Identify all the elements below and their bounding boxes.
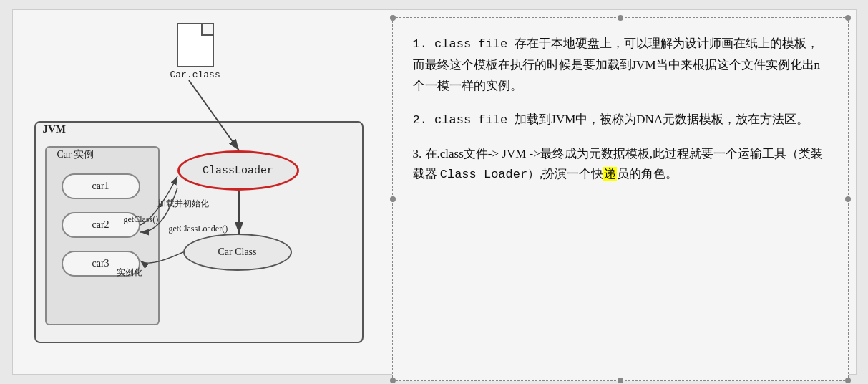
left-panel: Car.class JVM Car 实例 car1 car2 car3 Clas… <box>13 10 392 374</box>
car-instance-label: Car 实例 <box>54 148 97 161</box>
file-icon-container: Car.class <box>170 23 220 80</box>
point2: 2. class file 加载到JVM中，被称为DNA元数据模板，放在方法区。 <box>413 110 828 131</box>
corner-dot-tr <box>845 15 851 21</box>
mid-dot-right <box>845 196 851 202</box>
classloader-ellipse: ClassLoader <box>177 150 299 191</box>
right-panel: 1. class file 存在于本地硬盘上，可以理解为设计师画在纸上的模板，而… <box>392 17 849 381</box>
corner-dot-tl <box>390 15 396 21</box>
mid-dot-top <box>618 15 623 21</box>
label-getclassloader: getClassLoader() <box>169 224 228 234</box>
point3: 3. 在.class文件-> JVM ->最终成为元数据模板,此过程就要一个运输… <box>413 144 828 186</box>
file-label: Car.class <box>170 69 220 80</box>
point1: 1. class file 存在于本地硬盘上，可以理解为设计师画在纸上的模板，而… <box>413 34 828 97</box>
jvm-label: JVM <box>40 123 69 135</box>
label-getclass: getClass() <box>124 214 159 225</box>
car1-item: car1 <box>62 173 140 199</box>
text-content: 1. class file 存在于本地硬盘上，可以理解为设计师画在纸上的模板，而… <box>413 34 828 186</box>
label-jiazai: 加载并初始化 <box>157 198 209 210</box>
corner-dot-br <box>845 378 851 383</box>
label-shilihua: 实例化 <box>117 267 142 279</box>
main-container: Car.class JVM Car 实例 car1 car2 car3 Clas… <box>12 9 857 375</box>
mid-dot-bottom <box>618 378 623 383</box>
highlight-di: 递 <box>603 167 617 181</box>
file-icon <box>177 23 214 67</box>
carclass-ellipse: Car Class <box>183 234 292 271</box>
mid-dot-left <box>390 196 396 202</box>
corner-dot-bl <box>390 378 396 383</box>
